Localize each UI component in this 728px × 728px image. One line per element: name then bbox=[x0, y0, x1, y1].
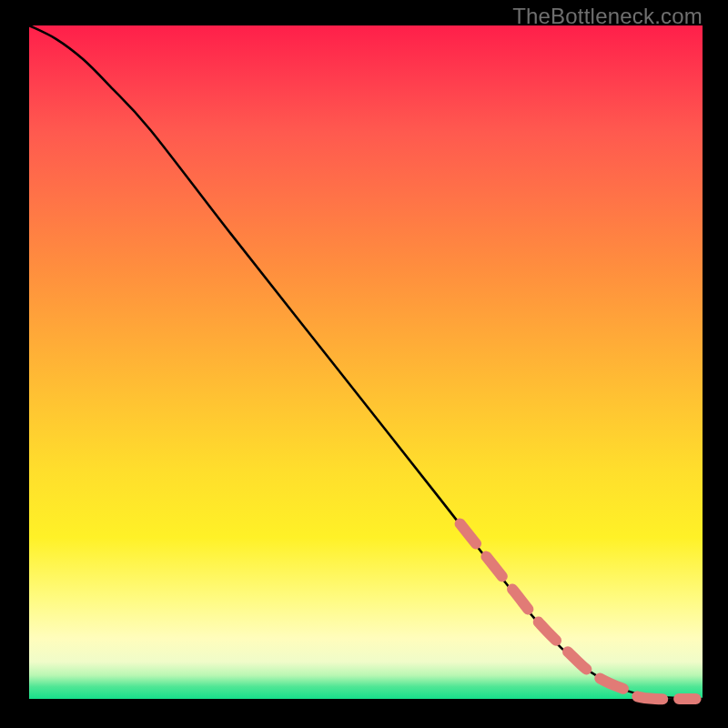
dashed-curve-path bbox=[460, 524, 696, 700]
plot-area bbox=[29, 25, 703, 699]
chart-svg bbox=[29, 25, 703, 699]
chart-stage: TheBottleneck.com bbox=[0, 0, 728, 728]
solid-curve-path bbox=[29, 25, 703, 699]
